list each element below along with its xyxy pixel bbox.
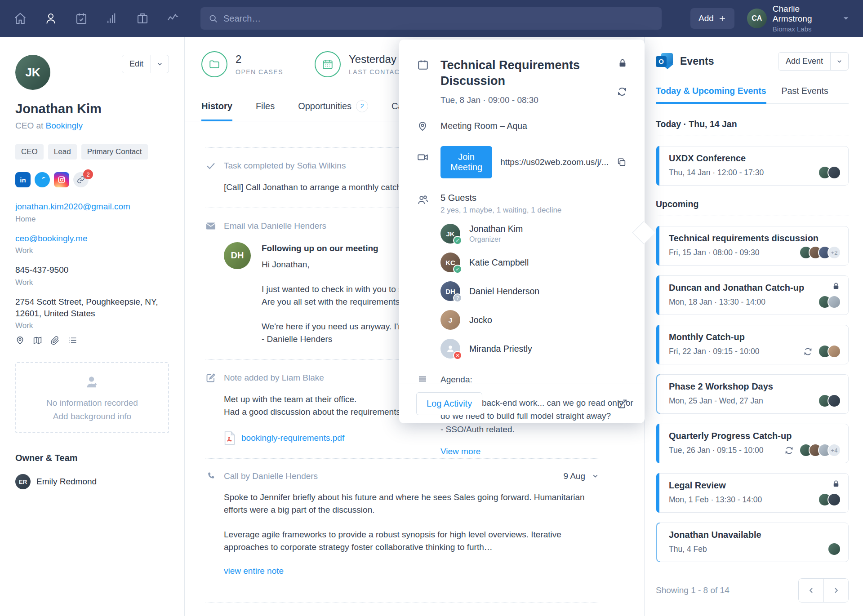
status-decline-icon: ✕ bbox=[453, 351, 462, 360]
tab-files[interactable]: Files bbox=[256, 91, 275, 121]
instagram-icon[interactable] bbox=[54, 172, 69, 187]
edit-button[interactable]: Edit bbox=[122, 55, 151, 73]
email-home[interactable]: jonathan.kim2020@gmail.com bbox=[15, 201, 169, 213]
event-card-title: Monthly Catch-up bbox=[669, 332, 840, 342]
guest-row: DH ? Daniel Henderson bbox=[440, 281, 627, 301]
phone-icon bbox=[205, 471, 217, 481]
tab-opportunities[interactable]: Opportunities 2 bbox=[298, 91, 368, 121]
event-card[interactable]: Quarterly Progress Catch-up Tue, 26 Jan … bbox=[656, 424, 849, 463]
paperclip-icon[interactable] bbox=[50, 336, 60, 345]
activity-icon[interactable] bbox=[166, 12, 180, 25]
event-card[interactable]: Phase 2 Workshop Days Mon, 25 Jan - Wed,… bbox=[656, 374, 849, 414]
event-card-title: Duncan and Jonathan Catch-up bbox=[669, 283, 840, 293]
search-input[interactable] bbox=[223, 13, 654, 24]
event-card-date: Thu, 14 Jan · 12:00 - 17:30 bbox=[669, 168, 840, 177]
add-event-chevron-down-icon[interactable] bbox=[830, 53, 848, 70]
tab-label: Opportunities bbox=[298, 101, 351, 111]
guest-name: Daniel Henderson bbox=[469, 286, 539, 297]
log-activity-button[interactable]: Log Activity bbox=[416, 392, 482, 415]
recurring-icon bbox=[803, 347, 813, 356]
add-button[interactable]: Add bbox=[690, 8, 734, 29]
company-link[interactable]: Bookingly bbox=[46, 121, 83, 130]
guest-row: ✕ Miranda Priestly bbox=[440, 339, 627, 359]
person-add-icon bbox=[85, 375, 100, 390]
list-icon[interactable] bbox=[68, 336, 77, 345]
view-more-link[interactable]: View more bbox=[440, 445, 638, 458]
attachment-name[interactable]: bookingly-requirements.pdf bbox=[241, 433, 344, 443]
last-contact-value: Yesterday bbox=[349, 53, 404, 66]
owner-row[interactable]: ER Emily Redmond bbox=[15, 474, 169, 489]
view-entire-note-link[interactable]: view entire note bbox=[224, 565, 599, 578]
email-text-line: I just wanted to check in with you to se… bbox=[262, 283, 414, 296]
email-text-line: Are you all set with the requirements or bbox=[262, 296, 414, 309]
map-pin-icon[interactable] bbox=[15, 336, 25, 345]
event-card[interactable]: Duncan and Jonathan Catch-up Mon, 18 Jan… bbox=[656, 275, 849, 315]
owner-team-title: Owner & Team bbox=[15, 453, 169, 463]
status-yes-icon: ✓ bbox=[453, 265, 462, 274]
bar-chart-icon[interactable] bbox=[105, 12, 119, 25]
guests-count: 5 Guests bbox=[440, 193, 627, 203]
prev-page-button[interactable] bbox=[799, 579, 823, 602]
home-icon[interactable] bbox=[13, 12, 27, 25]
guest-name: Jonathan Kim bbox=[469, 224, 523, 234]
map-icon[interactable] bbox=[33, 336, 42, 345]
timeline-item-call: Call by Danielle Henders 9 Aug Spoke to … bbox=[205, 458, 599, 603]
event-card[interactable]: Legal Review Mon, 1 Feb · 13:30 - 14:00 bbox=[656, 473, 849, 513]
tasks-calendar-icon[interactable] bbox=[75, 12, 88, 25]
event-card[interactable]: UXDX Conference Thu, 14 Jan · 12:00 - 17… bbox=[656, 146, 849, 186]
edit-chevron-down-icon[interactable] bbox=[151, 55, 169, 73]
sync-icon[interactable] bbox=[617, 86, 627, 97]
popup-location-row: Meeting Room – Aqua bbox=[417, 120, 627, 132]
guest-row: KC ✓ Katie Campbell bbox=[440, 253, 627, 272]
call-date: 9 Aug bbox=[563, 471, 585, 481]
calendar-icon bbox=[417, 58, 431, 105]
phone-number: 845-437-9500 bbox=[15, 264, 169, 276]
external-link-icon[interactable] bbox=[617, 399, 627, 409]
email-signoff: - Danielle Henders bbox=[262, 333, 414, 346]
email-work[interactable]: ceo@bookingly.me bbox=[15, 233, 169, 244]
tab-history[interactable]: History bbox=[201, 91, 232, 121]
event-card-selected[interactable]: Technical requirements discussion Fri, 1… bbox=[656, 226, 849, 266]
tab-past-events[interactable]: Past Events bbox=[782, 86, 828, 103]
note-edit-icon bbox=[205, 372, 217, 383]
user-name: Charlie Armstrong bbox=[773, 4, 830, 24]
event-card[interactable]: Monthly Catch-up Fri, 22 Jan · 09:15 - 1… bbox=[656, 325, 849, 364]
join-meeting-button[interactable]: Join Meeting bbox=[440, 146, 492, 178]
event-card[interactable]: Jonathan Unavailable Thu, 4 Feb bbox=[656, 523, 849, 562]
add-event-split-button: Add Event bbox=[778, 52, 849, 71]
event-card-title: Quarterly Progress Catch-up bbox=[669, 431, 840, 441]
calendar-icon bbox=[315, 51, 341, 77]
email-home-label: Home bbox=[15, 215, 169, 224]
chevron-down-icon[interactable] bbox=[842, 15, 850, 22]
event-card-title: Legal Review bbox=[669, 480, 840, 491]
status-yes-icon: ✓ bbox=[453, 236, 462, 245]
guest-name: Jocko bbox=[469, 315, 492, 325]
global-search[interactable] bbox=[200, 7, 662, 30]
tab-label: History bbox=[201, 101, 232, 111]
email-greeting: Hi Jonathan, bbox=[262, 258, 414, 271]
add-background-info-link[interactable]: Add background info bbox=[21, 412, 164, 421]
meeting-url[interactable]: https://us02web.zoom.us/j/... bbox=[500, 157, 609, 167]
add-event-button[interactable]: Add Event bbox=[778, 53, 830, 70]
event-card-title: Jonathan Unavailable bbox=[669, 530, 840, 540]
contact-name: Jonathan Kim bbox=[15, 102, 169, 116]
events-tabs: Today & Upcoming Events Past Events bbox=[656, 86, 849, 104]
user-menu[interactable]: CA Charlie Armstrong Biomax Labs bbox=[747, 4, 850, 33]
chevron-down-icon[interactable] bbox=[592, 472, 599, 480]
copy-icon[interactable] bbox=[617, 157, 627, 167]
event-title: Technical Requirements Discussion bbox=[440, 58, 611, 89]
event-card-date: Thu, 4 Feb bbox=[669, 545, 840, 554]
contacts-icon[interactable] bbox=[44, 12, 58, 25]
call-date-toggle[interactable]: 9 Aug bbox=[563, 471, 599, 481]
call-note-para: Spoke to Jennifer briefly about his futu… bbox=[224, 491, 599, 517]
twitter-icon[interactable] bbox=[35, 172, 50, 187]
briefcase-icon[interactable] bbox=[136, 12, 149, 25]
link-icon[interactable]: 2 bbox=[73, 172, 89, 187]
next-page-button[interactable] bbox=[823, 579, 848, 602]
linkedin-icon[interactable]: in bbox=[15, 172, 31, 187]
tab-today-upcoming[interactable]: Today & Upcoming Events bbox=[656, 86, 766, 103]
event-datetime: Tue, 8 Jan · 09:00 - 08:30 bbox=[440, 95, 611, 105]
address-label: Work bbox=[15, 321, 169, 330]
email-work-label: Work bbox=[15, 246, 169, 255]
more-attendees-badge: +4 bbox=[827, 443, 841, 457]
